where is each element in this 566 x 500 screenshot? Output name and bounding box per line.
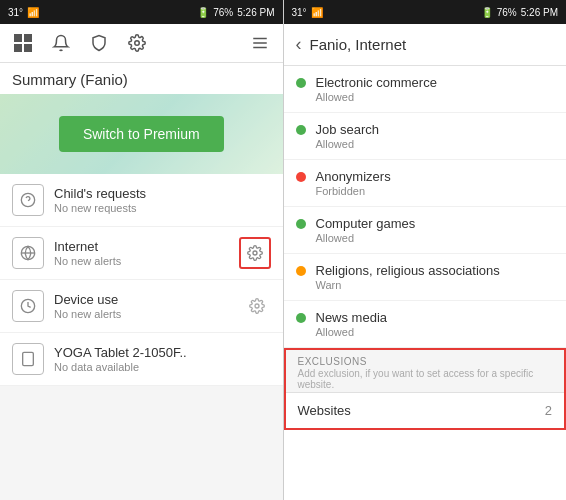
status-dot-green-2: [296, 125, 306, 135]
temperature-left: 31°: [8, 7, 23, 18]
category-status-5: Warn: [316, 279, 500, 291]
summary-title-text: Summary (Fanio): [12, 71, 128, 88]
childs-requests-icon: [12, 184, 44, 216]
summary-title: Summary (Fanio): [0, 63, 283, 94]
category-item-news-media[interactable]: News media Allowed: [284, 301, 567, 348]
time-left: 5:26 PM: [237, 7, 274, 18]
switch-to-premium-button[interactable]: Switch to Premium: [59, 116, 224, 152]
device-use-subtitle: No new alerts: [54, 308, 243, 320]
websites-row[interactable]: Websites 2: [286, 393, 565, 428]
battery-level-left: 76%: [213, 7, 233, 18]
exclusions-label: EXCLUSIONS: [298, 356, 553, 367]
internet-content: Internet No new alerts: [54, 239, 239, 267]
settings-icon[interactable]: [126, 32, 148, 54]
left-nav-bar: [0, 24, 283, 63]
category-name-3: Anonymizers: [316, 169, 391, 184]
grid-icon-shape: [14, 34, 32, 52]
status-bar-right-left: 31° 📶: [292, 7, 323, 18]
status-dot-red-3: [296, 172, 306, 182]
nav-icons: [12, 32, 148, 54]
childs-requests-content: Child's requests No new requests: [54, 186, 271, 214]
childs-requests-title: Child's requests: [54, 186, 271, 201]
signal-icon: 📶: [27, 7, 39, 18]
category-status-1: Allowed: [316, 91, 437, 103]
status-dot-green-1: [296, 78, 306, 88]
signal-icon-right: 📶: [311, 7, 323, 18]
category-content-6: News media Allowed: [316, 310, 388, 338]
exclusions-header: EXCLUSIONS Add exclusion, if you want to…: [286, 350, 565, 393]
grid-nav-icon[interactable]: [12, 32, 34, 54]
childs-requests-subtitle: No new requests: [54, 202, 271, 214]
status-bar-right: 31° 📶 🔋 76% 5:26 PM: [284, 0, 567, 24]
yoga-tablet-subtitle: No data available: [54, 361, 271, 373]
category-name-4: Computer games: [316, 216, 416, 231]
yoga-tablet-content: YOGA Tablet 2-1050F.. No data available: [54, 345, 271, 373]
right-panel-title: Fanio, Internet: [310, 36, 407, 53]
svg-point-10: [255, 304, 259, 308]
category-item-religions[interactable]: Religions, religious associations Warn: [284, 254, 567, 301]
internet-subtitle: No new alerts: [54, 255, 239, 267]
category-content-4: Computer games Allowed: [316, 216, 416, 244]
yoga-tablet-icon: [12, 343, 44, 375]
category-status-6: Allowed: [316, 326, 388, 338]
menu-icon[interactable]: [249, 32, 271, 54]
exclusions-description: Add exclusion, if you want to set access…: [298, 368, 553, 390]
category-name-2: Job search: [316, 122, 380, 137]
status-bar-right-right: 🔋 76% 5:26 PM: [481, 7, 558, 18]
websites-count: 2: [545, 403, 552, 418]
battery-icon: 🔋: [197, 7, 209, 18]
category-item-job-search[interactable]: Job search Allowed: [284, 113, 567, 160]
map-area: Switch to Premium: [0, 94, 283, 174]
device-use-icon: [12, 290, 44, 322]
device-use-item[interactable]: Device use No new alerts: [0, 280, 283, 333]
category-name-5: Religions, religious associations: [316, 263, 500, 278]
svg-point-8: [253, 251, 257, 255]
internet-settings-button[interactable]: [239, 237, 271, 269]
category-content-3: Anonymizers Forbidden: [316, 169, 391, 197]
back-button[interactable]: ‹: [296, 34, 302, 55]
yoga-tablet-title: YOGA Tablet 2-1050F..: [54, 345, 271, 360]
battery-level-right: 76%: [497, 7, 517, 18]
category-item-computer-games[interactable]: Computer games Allowed: [284, 207, 567, 254]
internet-item[interactable]: Internet No new alerts: [0, 227, 283, 280]
svg-point-0: [135, 41, 140, 46]
category-name-1: Electronic commerce: [316, 75, 437, 90]
status-dot-green-4: [296, 219, 306, 229]
temperature-right: 31°: [292, 7, 307, 18]
category-content-1: Electronic commerce Allowed: [316, 75, 437, 103]
right-header: ‹ Fanio, Internet: [284, 24, 567, 66]
exclusions-section: EXCLUSIONS Add exclusion, if you want to…: [284, 348, 567, 430]
yoga-tablet-item[interactable]: YOGA Tablet 2-1050F.. No data available: [0, 333, 283, 386]
child-requests-item[interactable]: Child's requests No new requests: [0, 174, 283, 227]
status-dot-green-6: [296, 313, 306, 323]
bell-icon[interactable]: [50, 32, 72, 54]
left-panel: 31° 📶 🔋 76% 5:26 PM: [0, 0, 284, 500]
category-name-6: News media: [316, 310, 388, 325]
status-bar-left: 31° 📶 🔋 76% 5:26 PM: [0, 0, 283, 24]
device-use-settings-button[interactable]: [243, 292, 271, 320]
category-item-anonymizers[interactable]: Anonymizers Forbidden: [284, 160, 567, 207]
category-list: Electronic commerce Allowed Job search A…: [284, 66, 567, 500]
time-right: 5:26 PM: [521, 7, 558, 18]
category-status-3: Forbidden: [316, 185, 391, 197]
category-content-2: Job search Allowed: [316, 122, 380, 150]
status-bar-right-content: 🔋 76% 5:26 PM: [197, 7, 274, 18]
status-dot-orange-5: [296, 266, 306, 276]
shield-icon[interactable]: [88, 32, 110, 54]
category-item-electronic-commerce[interactable]: Electronic commerce Allowed: [284, 66, 567, 113]
websites-label: Websites: [298, 403, 351, 418]
category-content-5: Religions, religious associations Warn: [316, 263, 500, 291]
device-use-title: Device use: [54, 292, 243, 307]
internet-icon: [12, 237, 44, 269]
battery-icon-right: 🔋: [481, 7, 493, 18]
category-status-2: Allowed: [316, 138, 380, 150]
status-bar-left-content: 31° 📶: [8, 7, 39, 18]
device-use-content: Device use No new alerts: [54, 292, 243, 320]
internet-title: Internet: [54, 239, 239, 254]
category-status-4: Allowed: [316, 232, 416, 244]
right-panel: 31° 📶 🔋 76% 5:26 PM ‹ Fanio, Internet El…: [284, 0, 567, 500]
